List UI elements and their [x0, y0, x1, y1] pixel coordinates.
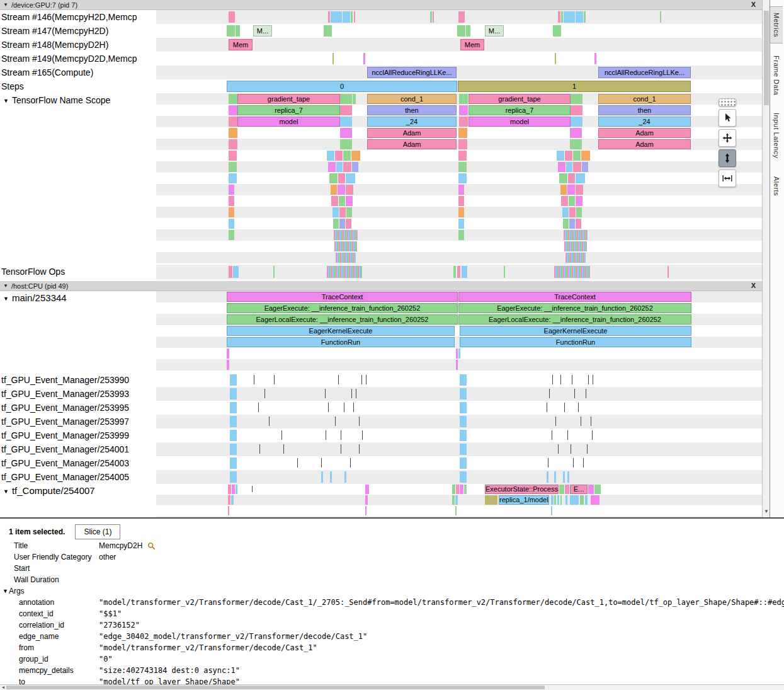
trace-mark[interactable]: [565, 151, 572, 161]
trace-mark[interactable]: [592, 430, 593, 440]
trace-mark[interactable]: [343, 151, 351, 161]
track-lane[interactable]: [156, 52, 762, 66]
trace-mark[interactable]: [229, 185, 234, 195]
trace-mark[interactable]: [350, 458, 351, 468]
trace-mark[interactable]: [283, 444, 284, 454]
trace-mark[interactable]: [573, 162, 581, 172]
trace-mark[interactable]: [230, 388, 237, 400]
trace-mark[interactable]: [458, 128, 467, 138]
trace-slice[interactable]: then: [367, 105, 457, 115]
trace-mark[interactable]: [456, 348, 458, 359]
trace-mark[interactable]: [341, 430, 341, 440]
magnifier-icon[interactable]: [147, 541, 156, 550]
trace-mark[interactable]: [228, 506, 229, 515]
side-tab-frame-data[interactable]: Frame Data: [770, 50, 783, 101]
trace-mark[interactable]: [555, 417, 556, 426]
horizontal-scrollbar-thumb[interactable]: [6, 686, 545, 689]
trace-mark[interactable]: [230, 430, 237, 441]
trace-mark[interactable]: [456, 485, 459, 494]
scroll-left-button[interactable]: ◄: [0, 685, 6, 690]
trace-mark[interactable]: [594, 485, 601, 494]
trace-slice[interactable]: EagerKernelExecute: [460, 326, 691, 336]
vertical-scrollbar[interactable]: ▼: [762, 0, 770, 519]
trace-mark[interactable]: [464, 485, 467, 494]
trace-mark[interactable]: [582, 162, 588, 172]
track-lane[interactable]: [156, 428, 762, 442]
trace-mark[interactable]: [563, 219, 569, 229]
trace-mark[interactable]: [562, 207, 569, 217]
collapse-arrow-icon[interactable]: ▼: [3, 283, 8, 289]
trace-mark[interactable]: [336, 162, 343, 172]
trace-mark[interactable]: [229, 219, 234, 229]
trace-mark[interactable]: [565, 253, 586, 263]
trace-mark[interactable]: [325, 389, 326, 398]
zoom-tool-button[interactable]: [719, 149, 736, 167]
trace-mark[interactable]: [331, 196, 338, 206]
trace-mark[interactable]: [458, 162, 467, 172]
trace-mark[interactable]: [227, 25, 235, 37]
gpu-pane-close-button[interactable]: X: [751, 1, 756, 8]
trace-mark[interactable]: [297, 458, 298, 468]
trace-mark[interactable]: [581, 151, 590, 161]
side-tab-input-latency[interactable]: Input Latency: [770, 107, 783, 164]
trace-mark[interactable]: [458, 196, 464, 206]
trace-slice[interactable]: ExecutorState::Process: [485, 485, 559, 494]
trace-mark[interactable]: [361, 375, 362, 384]
trace-mark[interactable]: [340, 139, 352, 149]
trace-slice[interactable]: EagerLocalExecute: __inference_train_fun…: [227, 314, 458, 325]
trace-mark[interactable]: [552, 430, 552, 440]
trace-mark[interactable]: [229, 207, 234, 217]
trace-mark[interactable]: [233, 266, 239, 278]
trace-mark[interactable]: [331, 185, 337, 195]
trace-mark[interactable]: [331, 11, 342, 23]
trace-mark[interactable]: [351, 11, 353, 23]
trace-mark[interactable]: [460, 388, 467, 400]
trace-mark[interactable]: [458, 348, 460, 359]
trace-mark[interactable]: [460, 416, 467, 427]
trace-mark[interactable]: [269, 417, 270, 426]
trace-mark[interactable]: [341, 444, 341, 454]
trace-mark[interactable]: [338, 185, 345, 195]
trace-mark[interactable]: [458, 173, 467, 183]
trace-mark[interactable]: [462, 266, 467, 278]
trace-mark[interactable]: [353, 94, 356, 104]
trace-mark[interactable]: [576, 185, 583, 195]
collapse-arrow-icon[interactable]: ▼: [3, 98, 9, 104]
trace-mark[interactable]: [558, 162, 565, 172]
trace-mark[interactable]: [359, 444, 360, 454]
trace-slice[interactable]: TraceContext: [227, 292, 458, 302]
trace-mark[interactable]: [346, 173, 355, 183]
trace-mark[interactable]: [332, 53, 334, 64]
trace-mark[interactable]: [229, 11, 235, 23]
trace-mark[interactable]: [457, 25, 465, 37]
trace-mark[interactable]: [339, 196, 345, 206]
trace-mark[interactable]: [232, 485, 235, 494]
trace-mark[interactable]: [230, 374, 237, 386]
trace-slice[interactable]: Adam: [598, 139, 691, 149]
trace-mark[interactable]: [580, 495, 584, 505]
trace-mark[interactable]: [591, 417, 591, 426]
trace-mark[interactable]: [460, 485, 463, 494]
trace-slice[interactable]: cond_1: [598, 94, 691, 104]
trace-mark[interactable]: [340, 117, 352, 127]
track-lane[interactable]: [156, 373, 762, 387]
trace-mark[interactable]: [229, 105, 237, 115]
trace-slice[interactable]: cond_1: [367, 94, 457, 104]
trace-mark[interactable]: [460, 444, 467, 455]
trace-mark[interactable]: [585, 495, 588, 505]
collapse-arrow-icon[interactable]: ▼: [3, 296, 9, 302]
trace-mark[interactable]: [558, 11, 560, 23]
trace-mark[interactable]: [236, 25, 240, 37]
trace-mark[interactable]: [568, 173, 575, 183]
trace-mark[interactable]: [554, 266, 590, 278]
trace-mark[interactable]: [458, 230, 464, 240]
trace-slice[interactable]: replica_7: [237, 105, 340, 115]
trace-mark[interactable]: [259, 444, 260, 454]
trace-mark[interactable]: [334, 241, 357, 251]
track-lane[interactable]: [156, 484, 762, 517]
trace-mark[interactable]: [343, 11, 350, 23]
trace-slice[interactable]: M...: [253, 25, 272, 37]
trace-mark[interactable]: [354, 11, 355, 23]
trace-mark[interactable]: [229, 173, 237, 183]
trace-mark[interactable]: [593, 375, 593, 384]
